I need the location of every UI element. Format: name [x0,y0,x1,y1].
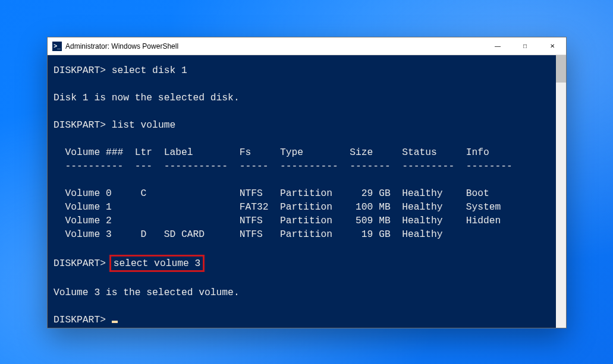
close-button[interactable]: ✕ [539,37,566,55]
prompt: DISKPART> [54,119,106,131]
window-title: Administrator: Windows PowerShell [65,42,178,50]
minimize-icon: — [495,43,501,49]
table-row: Volume 2 NTFS Partition 509 MB Healthy H… [54,215,501,226]
title-bar[interactable]: >_ Administrator: Windows PowerShell — □… [48,37,566,55]
maximize-icon: □ [523,43,527,49]
minimize-button[interactable]: — [484,37,511,55]
table-separator: ---------- --- ----------- ----- -------… [54,160,513,172]
vertical-scrollbar[interactable] [556,55,566,328]
text-cursor [112,321,118,323]
table-row: Volume 3 D SD CARD NTFS Partition 19 GB … [54,229,443,240]
scrollbar-track[interactable] [556,55,566,328]
powershell-window: >_ Administrator: Windows PowerShell — □… [47,37,567,328]
close-icon: ✕ [550,43,555,49]
client-area: DISKPART> select disk 1 Disk 1 is now th… [48,55,566,328]
prompt: DISKPART> [54,65,106,76]
output-line: Volume 3 is the selected volume. [54,287,240,298]
powershell-icon: >_ [52,42,62,51]
table-row: Volume 0 C NTFS Partition 29 GB Healthy … [54,188,489,199]
desktop-background: >_ Administrator: Windows PowerShell — □… [0,0,613,364]
output-line: Disk 1 is now the selected disk. [54,92,240,103]
scrollbar-thumb[interactable] [556,55,566,83]
command-text: select disk 1 [112,65,187,76]
terminal-output[interactable]: DISKPART> select disk 1 Disk 1 is now th… [48,55,556,328]
table-header: Volume ### Ltr Label Fs Type Size Status… [54,147,489,158]
prompt: DISKPART> [54,258,106,269]
prompt: DISKPART> [54,314,106,325]
maximize-button[interactable]: □ [511,37,539,55]
table-row: Volume 1 FAT32 Partition 100 MB Healthy … [54,201,501,213]
command-text: list volume [112,119,175,131]
highlighted-command: select volume 3 [109,255,205,272]
